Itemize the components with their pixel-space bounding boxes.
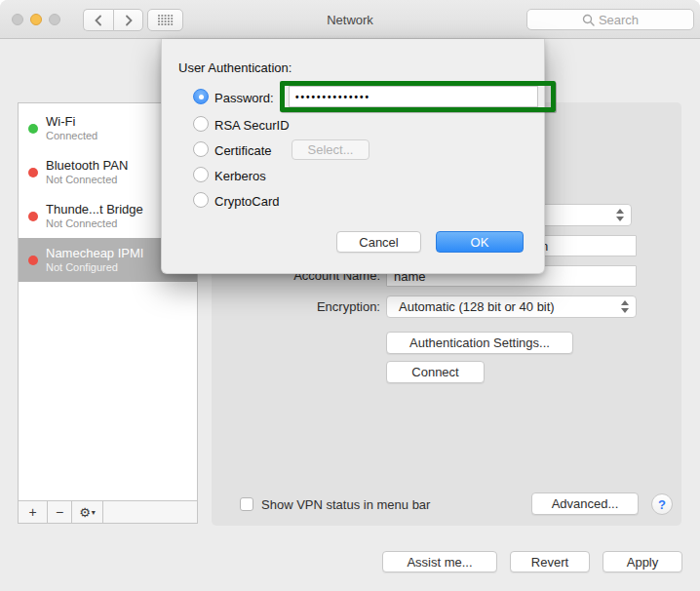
radio-password-label: Password: <box>214 91 274 105</box>
radio-kerberos[interactable] <box>193 167 209 182</box>
interface-text: Bluetooth PAN Not Connected <box>46 158 128 186</box>
radio-password[interactable] <box>193 89 209 104</box>
search-input[interactable]: Search <box>526 9 694 30</box>
popup-stepper-icon <box>615 209 624 221</box>
encryption-label: Encryption: <box>212 299 380 314</box>
interface-name: Wi-Fi <box>46 114 97 130</box>
interface-name: Thunde...t Bridge <box>46 202 143 217</box>
gear-icon: ⚙ <box>79 505 91 520</box>
interface-status: Connected <box>46 130 97 142</box>
revert-button[interactable]: Revert <box>510 551 590 572</box>
status-dot-red <box>28 212 38 221</box>
show-vpn-status-label: Show VPN status in menu bar <box>261 497 430 512</box>
search-placeholder: Search <box>599 13 639 27</box>
apply-button[interactable]: Apply <box>603 551 682 572</box>
radio-rsa-securid[interactable] <box>193 116 209 132</box>
password-value: •••••••••••••• <box>290 92 370 102</box>
encryption-popup[interactable]: Automatic (128 bit or 40 bit) <box>386 296 637 318</box>
radio-certificate-label: Certificate <box>214 143 272 158</box>
gear-menu-button[interactable]: ⚙▾ <box>72 501 103 523</box>
network-preferences-window: Network Search Wi-Fi Connected Bluetooth… <box>0 0 700 591</box>
interface-text: Namecheap IPMI Not Configured <box>46 246 143 274</box>
status-dot-green <box>28 124 38 134</box>
connect-button[interactable]: Connect <box>386 361 485 383</box>
radio-rsa-securid-label: RSA SecurID <box>214 118 290 133</box>
interface-text: Thunde...t Bridge Not Connected <box>46 202 143 230</box>
encryption-value: Automatic (128 bit or 40 bit) <box>387 299 620 314</box>
assist-me-button[interactable]: Assist me... <box>382 551 497 572</box>
dialog-title: User Authentication: <box>178 60 292 75</box>
interface-status: Not Configured <box>46 261 143 274</box>
chevron-down-icon: ▾ <box>92 508 96 517</box>
radio-kerberos-label: Kerberos <box>214 169 266 183</box>
interface-name: Bluetooth PAN <box>46 158 128 174</box>
add-interface-button[interactable]: + <box>19 501 48 523</box>
remove-interface-button[interactable]: − <box>48 501 72 523</box>
search-icon <box>582 14 595 26</box>
sidebar-footer: + − ⚙▾ <box>19 500 197 523</box>
status-dot-red <box>28 168 38 177</box>
ok-button[interactable]: OK <box>436 231 524 253</box>
interface-status: Not Connected <box>46 174 128 186</box>
radio-cryptocard[interactable] <box>193 192 209 208</box>
popup-stepper-icon <box>620 300 629 313</box>
interface-status: Not Connected <box>46 217 143 230</box>
cancel-button[interactable]: Cancel <box>336 231 421 253</box>
user-authentication-dialog: User Authentication: Password: •••••••••… <box>161 39 545 274</box>
titlebar: Network Search <box>0 0 700 39</box>
authentication-settings-button[interactable]: Authentication Settings... <box>386 332 573 354</box>
password-field[interactable]: •••••••••••••• <box>289 86 538 107</box>
interface-text: Wi-Fi Connected <box>46 114 97 142</box>
interface-name: Namecheap IPMI <box>46 246 143 261</box>
radio-certificate[interactable] <box>193 141 209 157</box>
help-button[interactable]: ? <box>651 493 673 515</box>
select-certificate-button[interactable]: Select... <box>292 139 369 160</box>
show-vpn-status-checkbox[interactable] <box>240 497 253 511</box>
advanced-button[interactable]: Advanced... <box>531 492 639 515</box>
status-dot-red <box>28 256 38 265</box>
radio-cryptocard-label: CryptoCard <box>214 194 279 209</box>
